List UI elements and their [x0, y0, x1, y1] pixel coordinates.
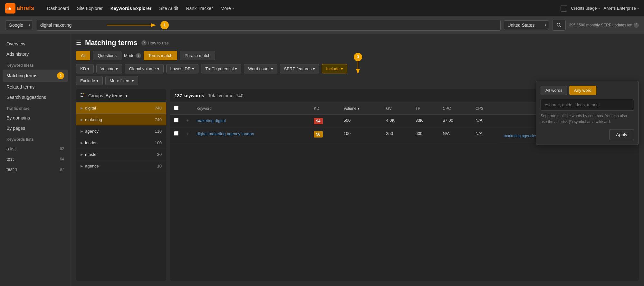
wc-dropdown-arrow: ▾ [271, 66, 273, 71]
row1-checkbox [170, 115, 182, 128]
hamburger-icon[interactable]: ☰ [76, 39, 81, 46]
row2-checkbox [170, 128, 182, 143]
svg-point-4 [557, 23, 560, 26]
col-gv[interactable]: GV [382, 102, 411, 115]
row2-add-icon[interactable]: + [186, 131, 189, 136]
dr-dropdown-arrow: ▾ [192, 66, 194, 71]
tab-questions[interactable]: Questions [93, 51, 121, 60]
row1-cpc: $7.00 [439, 115, 472, 128]
row2-select[interactable] [174, 131, 178, 136]
filter-serp-features[interactable]: SERP features ▾ [280, 64, 320, 73]
credits-usage-button[interactable]: Credits usage ▾ [571, 6, 600, 11]
row1-keyword: maketing digital [193, 115, 310, 128]
include-input[interactable] [541, 99, 634, 110]
row1-cps: N/A [472, 115, 500, 128]
select-all-checkbox[interactable] [174, 106, 178, 110]
filter-traffic-potential[interactable]: Traffic potential ▾ [201, 64, 241, 73]
group-item-digital[interactable]: ▶ digital 740 [76, 102, 166, 114]
sidebar-item-by-pages[interactable]: By pages [0, 123, 71, 133]
groups-title[interactable]: Groups: By terms ▾ [88, 93, 128, 98]
sidebar-item-related-terms[interactable]: Related terms [0, 82, 71, 92]
sidebar-item-by-domains[interactable]: By domains [0, 113, 71, 123]
row2-add: + [182, 128, 193, 143]
col-checkbox [170, 102, 182, 115]
page-header: ☰ Matching terms ? How to use [76, 39, 639, 47]
monitor-icon[interactable] [561, 5, 567, 12]
tab-all[interactable]: All [76, 51, 90, 60]
filter-global-volume[interactable]: Global volume ▾ [125, 64, 163, 73]
tab-phrase-match[interactable]: Phrase match [180, 51, 215, 60]
enterprise-button[interactable]: Ahrefs Enterprise ▾ [604, 6, 639, 11]
col-kd[interactable]: KD [310, 102, 340, 115]
apply-button[interactable]: Apply [609, 129, 634, 140]
filter-include[interactable]: Include ▾ [322, 64, 347, 73]
more-filters-dropdown-arrow: ▾ [132, 78, 134, 83]
col-cps[interactable]: CPS [472, 102, 500, 115]
row1-add-icon[interactable]: + [186, 118, 189, 123]
row2-cps: N/A [472, 128, 500, 143]
country-select[interactable]: United States [504, 20, 549, 30]
group-item-master[interactable]: ▶ master 30 [76, 149, 166, 160]
sidebar-item-ads-history[interactable]: Ads history [0, 49, 71, 59]
serp-help-icon[interactable]: ? [634, 23, 639, 28]
toggle-any-word[interactable]: Any word [569, 86, 596, 95]
row1-tp: 33K [412, 115, 439, 128]
col-cpc[interactable]: CPC [439, 102, 472, 115]
volume-sort-arrow: ▾ [358, 106, 360, 111]
sidebar-item-search-suggestions[interactable]: Search suggestions [0, 92, 71, 102]
filter-lowest-dr[interactable]: Lowest DR ▾ [166, 64, 199, 73]
toggle-all-words[interactable]: All words [541, 86, 567, 95]
search-input[interactable] [36, 20, 501, 31]
col-tp[interactable]: TP [412, 102, 439, 115]
row1-volume: 500 [340, 115, 382, 128]
filter-volume[interactable]: Volume ▾ [96, 64, 122, 73]
mode-label: Mode ? [124, 53, 141, 58]
search-bar: Google ▾ 1 United States ▾ [0, 17, 644, 33]
row1-select[interactable] [174, 118, 178, 122]
include-hint: Separate multiple words by commas. You c… [541, 113, 634, 125]
engine-select[interactable]: Google [5, 20, 33, 30]
nav-links: Dashboard Site Explorer Keywords Explore… [44, 4, 237, 13]
group-item-agency[interactable]: ▶ agency 110 [76, 126, 166, 137]
nav-right: Credits usage ▾ Ahrefs Enterprise ▾ [561, 5, 639, 12]
row2-keyword-link[interactable]: digital maketing agency london [197, 131, 306, 137]
nav-rank-tracker[interactable]: Rank Tracker [183, 4, 216, 13]
row2-kd: 56 [310, 128, 340, 143]
sidebar-list-test-1[interactable]: test 1 97 [0, 164, 71, 175]
sidebar-item-overview[interactable]: Overview [0, 39, 71, 49]
sidebar-item-matching-terms[interactable]: Matching terms 2 [3, 70, 68, 82]
col-volume[interactable]: Volume ▾ [340, 102, 382, 115]
volume-dropdown-arrow: ▾ [116, 66, 118, 71]
nav-keywords-explorer[interactable]: Keywords Explorer [107, 4, 155, 13]
tab-terms-match[interactable]: Terms match [144, 51, 177, 60]
filter-more[interactable]: More filters ▾ [105, 76, 138, 85]
kd-dropdown-arrow: ▾ [87, 66, 90, 71]
sidebar-keyword-ideas-title: Keyword ideas [0, 59, 71, 70]
credits-dropdown-arrow: ▾ [598, 6, 600, 10]
how-to-use-link[interactable]: ? How to use [141, 40, 169, 45]
row1-keyword-link[interactable]: maketing digital [197, 118, 306, 124]
mode-help-icon[interactable]: ? [136, 53, 141, 58]
nav-dashboard[interactable]: Dashboard [44, 4, 72, 13]
sidebar-keywords-lists-title: Keywords lists [0, 133, 71, 144]
nav-more[interactable]: More ▾ [217, 4, 237, 13]
search-icon [556, 23, 562, 28]
sidebar-list-a-list[interactable]: a list 62 [0, 144, 71, 154]
filter-word-count[interactable]: Word count ▾ [244, 64, 277, 73]
serp-dropdown-arrow: ▾ [313, 66, 315, 71]
filter-kd[interactable]: KD ▾ [76, 64, 94, 73]
filter-exclude[interactable]: Exclude ▾ [76, 76, 103, 85]
group-item-london[interactable]: ▶ london 100 [76, 137, 166, 149]
sidebar-traffic-share-title: Traffic share [0, 102, 71, 113]
how-to-use-icon: ? [141, 40, 147, 45]
col-keyword[interactable]: Keyword [193, 102, 310, 115]
logo[interactable]: ah ahrefs [5, 3, 34, 14]
search-button[interactable] [552, 20, 566, 31]
matching-terms-badge: 2 [57, 72, 64, 79]
nav-site-audit[interactable]: Site Audit [156, 4, 181, 13]
nav-site-explorer[interactable]: Site Explorer [74, 4, 106, 13]
group-arrow-master: ▶ [81, 153, 83, 156]
group-item-agence[interactable]: ▶ agence 10 [76, 160, 166, 172]
group-item-maketing[interactable]: ▶ maketing 740 [76, 114, 166, 126]
sidebar-list-test[interactable]: test 64 [0, 154, 71, 164]
